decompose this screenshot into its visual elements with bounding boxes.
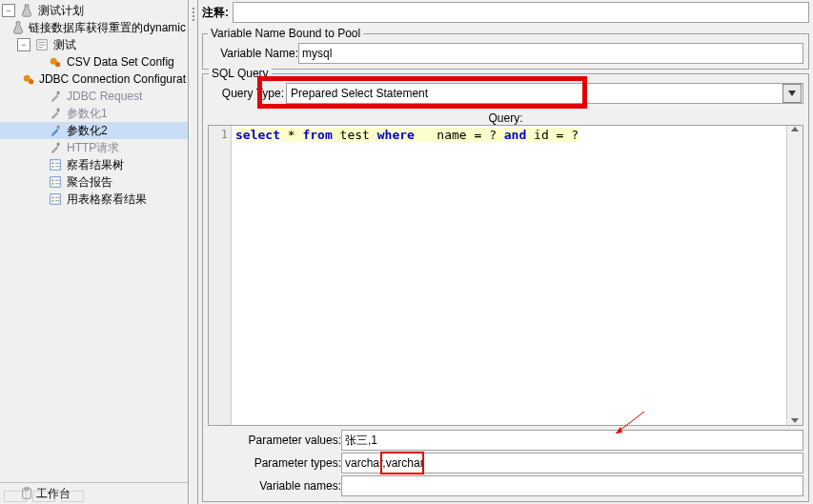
tree-item-label: 测试	[51, 37, 78, 53]
tree-item-label: 链接数据库获得重置的dynamic	[27, 20, 188, 36]
toggle-open-icon[interactable]: −	[17, 38, 30, 51]
tree-item[interactable]: JDBC Connection Configurat	[0, 71, 188, 88]
varname-input[interactable]	[298, 43, 803, 64]
tree-item[interactable]: 察看结果树	[0, 156, 188, 173]
svg-rect-5	[57, 91, 60, 95]
pipette-icon	[48, 89, 63, 104]
param-types-input[interactable]	[341, 453, 803, 474]
flask-icon	[11, 20, 25, 35]
varpool-fieldset: Variable Name Bound to Pool Variable Nam…	[202, 27, 809, 70]
flask-icon	[19, 3, 34, 18]
svg-point-10	[52, 162, 54, 164]
tree-item[interactable]: 链接数据库获得重置的dynamic	[0, 19, 188, 36]
svg-rect-6	[57, 109, 60, 112]
tree-pane: − 测试计划 链接数据库获得重置的dynamic−测试CSV Data Set …	[0, 0, 189, 504]
sqlquery-legend: SQL Query	[209, 67, 272, 80]
svg-point-11	[52, 166, 54, 168]
tree-item[interactable]: CSV Data Set Config	[0, 53, 188, 71]
query-label: Query:	[208, 111, 803, 125]
sql-editor-wrap: 1 select * from test where name = ? and …	[208, 125, 803, 426]
svg-rect-8	[57, 143, 60, 147]
tree-item[interactable]: 用表格察看结果	[0, 191, 188, 208]
tree-item[interactable]: 参数化1	[0, 105, 188, 122]
tree-item[interactable]: −测试	[0, 36, 188, 53]
param-types-label: Parameter types:	[208, 456, 341, 470]
pipette-icon	[48, 140, 63, 155]
tree-item-label: CSV Data Set Config	[65, 55, 176, 69]
tree-item[interactable]: 聚合报告	[0, 173, 188, 191]
svg-point-4	[29, 79, 33, 84]
svg-point-16	[52, 196, 54, 198]
svg-rect-7	[57, 126, 60, 130]
svg-point-14	[52, 183, 54, 185]
svg-point-2	[55, 62, 60, 67]
tree[interactable]: − 测试计划 链接数据库获得重置的dynamic−测试CSV Data Set …	[0, 0, 188, 482]
result-icon	[48, 174, 63, 190]
tree-label: 测试计划	[36, 3, 86, 19]
sqlquery-fieldset: SQL Query Query Type: Prepared Select St…	[202, 73, 809, 502]
result-icon	[48, 157, 63, 172]
tree-item-label: 用表格察看结果	[65, 192, 149, 208]
right-pane: 注释: Variable Name Bound to Pool Variable…	[198, 0, 813, 504]
script-icon	[34, 37, 50, 52]
tree-item-label: 参数化2	[65, 123, 110, 139]
params-block: Parameter values: Parameter types: Varia…	[208, 430, 803, 498]
tree-item[interactable]: JDBC Request	[0, 88, 188, 105]
tree-root[interactable]: − 测试计划	[0, 2, 188, 19]
tree-item-label: JDBC Request	[65, 90, 144, 103]
varpool-legend: Variable Name Bound to Pool	[208, 27, 363, 40]
tree-item-label: JDBC Connection Configurat	[37, 72, 188, 86]
svg-rect-12	[51, 177, 61, 188]
pipette-icon	[48, 123, 63, 138]
param-values-label: Parameter values:	[208, 433, 341, 447]
result-icon	[48, 192, 63, 207]
query-type-combo[interactable]: Prepared Select Statement	[286, 83, 803, 104]
editor-gutter: 1	[209, 126, 232, 425]
comment-label: 注释:	[202, 5, 229, 21]
sql-editor[interactable]: select * from test where name = ? and id…	[232, 126, 786, 425]
query-type-value: Prepared Select Statement	[287, 87, 782, 100]
toggle-open-icon[interactable]: −	[2, 4, 15, 17]
var-names-input[interactable]	[341, 475, 803, 496]
svg-point-13	[52, 179, 54, 181]
tree-item-label: HTTP请求	[65, 140, 121, 156]
svg-rect-15	[51, 194, 61, 205]
bottom-widgets	[4, 491, 84, 502]
tree-item[interactable]: HTTP请求	[0, 139, 188, 156]
varname-label: Variable Name:	[208, 47, 298, 60]
svg-rect-9	[51, 160, 61, 171]
pipette-icon	[48, 106, 63, 121]
tree-item[interactable]: 参数化2	[0, 122, 188, 139]
param-values-input[interactable]	[341, 430, 803, 451]
gears-icon	[48, 54, 63, 70]
gears-icon	[22, 71, 35, 87]
comment-input[interactable]	[233, 2, 809, 23]
svg-point-17	[52, 200, 54, 202]
var-names-label: Variable names:	[208, 479, 341, 493]
query-type-label: Query Type:	[208, 87, 286, 100]
chevron-down-icon[interactable]	[783, 84, 802, 103]
tree-item-label: 聚合报告	[65, 174, 114, 191]
tree-item-label: 察看结果树	[65, 157, 126, 173]
editor-scrollbar[interactable]	[786, 126, 803, 425]
splitter[interactable]	[189, 0, 198, 504]
tree-item-label: 参数化1	[65, 106, 110, 122]
